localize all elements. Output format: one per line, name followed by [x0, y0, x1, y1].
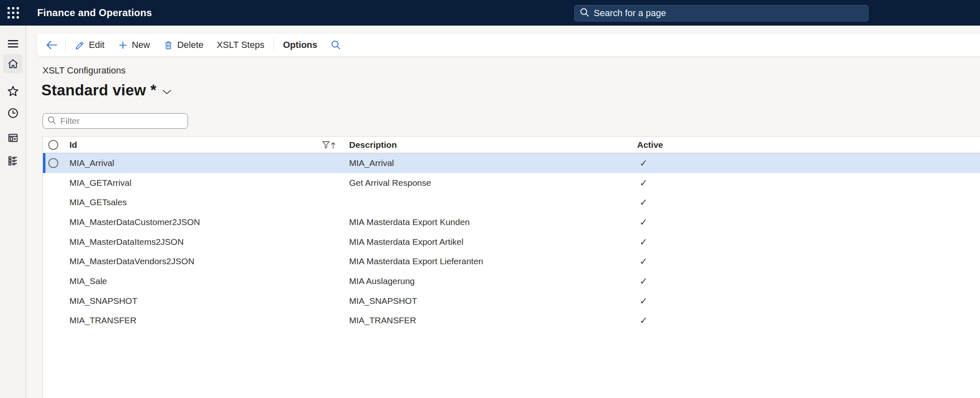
- pencil-icon: [75, 40, 85, 50]
- edit-button[interactable]: Edit: [68, 37, 111, 53]
- toolbar-search-icon[interactable]: [324, 37, 348, 53]
- back-arrow-icon[interactable]: [41, 37, 63, 53]
- column-header-active[interactable]: Active: [635, 140, 980, 150]
- action-pane-toolbar: Edit New Delete XSLT Steps Options: [37, 34, 980, 56]
- active-check-icon: ✓: [635, 296, 980, 306]
- star-icon[interactable]: [3, 81, 23, 101]
- grid-header-row: Id Description Active: [43, 136, 980, 153]
- row-id-cell: MIA_GETsales: [69, 197, 349, 207]
- active-check-icon: ✓: [635, 315, 980, 326]
- column-header-description[interactable]: Description: [349, 140, 635, 150]
- grid-body: MIA_Arrival MIA_Arrival ✓ MIA_GETArrival…: [43, 153, 980, 330]
- row-id-cell: MIA_SNAPSHOT: [69, 296, 349, 306]
- grid-filter-box: [43, 113, 188, 129]
- active-check-icon: ✓: [635, 178, 980, 188]
- active-check-icon: ✓: [635, 158, 980, 168]
- hamburger-menu-icon[interactable]: [3, 34, 23, 53]
- row-id-cell: MIA_Arrival: [69, 158, 349, 168]
- row-id-cell: MIA_MasterDataItems2JSON: [69, 237, 349, 247]
- plus-icon: [118, 40, 128, 50]
- active-check-icon: ✓: [635, 276, 980, 287]
- column-header-id[interactable]: Id: [69, 140, 349, 150]
- view-title: Standard view *: [41, 82, 157, 99]
- toolbar-divider: [274, 39, 274, 51]
- table-row[interactable]: MIA_MasterDataVendors2JSON MIA Masterdat…: [43, 251, 980, 271]
- row-id-cell: MIA_TRANSFER: [69, 315, 349, 325]
- edit-label: Edit: [89, 40, 105, 50]
- row-select-radio-circle-icon[interactable]: [48, 158, 58, 168]
- row-description-cell: MIA Masterdata Export Artikel: [349, 237, 635, 247]
- table-row[interactable]: MIA_MasterDataItems2JSON MIA Masterdata …: [43, 232, 980, 252]
- view-selector[interactable]: Standard view *: [41, 82, 172, 99]
- options-label: Options: [283, 40, 317, 50]
- row-description-cell: MIA_TRANSFER: [349, 315, 635, 325]
- top-app-bar: Finance and Operations Search for a page: [0, 0, 980, 26]
- table-row[interactable]: MIA_TRANSFER MIA_TRANSFER ✓: [43, 311, 980, 331]
- trash-icon: [163, 40, 174, 50]
- delete-label: Delete: [177, 40, 204, 50]
- page-search-placeholder: Search for a page: [594, 8, 666, 19]
- modules-list-icon[interactable]: [3, 151, 23, 170]
- row-description-cell: MIA Masterdata Export Lieferanten: [349, 256, 635, 266]
- page-search-box[interactable]: Search for a page: [574, 5, 868, 21]
- row-id-cell: MIA_Sale: [69, 276, 349, 286]
- app-window: Finance and Operations Search for a page: [0, 0, 980, 398]
- page-caption: XSLT Configurations: [43, 65, 126, 76]
- new-button[interactable]: New: [111, 37, 157, 53]
- table-row[interactable]: MIA_Arrival MIA_Arrival ✓: [43, 153, 980, 173]
- toolbar-divider: [65, 39, 66, 51]
- table-row[interactable]: MIA_GETArrival Get Arrival Response ✓: [43, 173, 980, 193]
- new-label: New: [132, 40, 150, 50]
- filter-sort-icon[interactable]: [321, 140, 336, 153]
- table-row[interactable]: MIA_GETsales ✓: [43, 192, 980, 212]
- left-nav-sidebar: [0, 26, 26, 398]
- workspace-window-icon[interactable]: [3, 128, 23, 147]
- options-button[interactable]: Options: [276, 37, 324, 53]
- active-check-icon: ✓: [635, 197, 980, 208]
- xslt-steps-label: XSLT Steps: [217, 40, 264, 50]
- search-icon: [580, 7, 590, 19]
- app-launcher-waffle-icon[interactable]: [5, 5, 21, 21]
- delete-button[interactable]: Delete: [157, 37, 210, 53]
- table-row[interactable]: MIA_SNAPSHOT MIA_SNAPSHOT ✓: [43, 291, 980, 311]
- chevron-down-icon: [162, 88, 172, 96]
- search-icon: [47, 116, 57, 127]
- row-description-cell: MIA_SNAPSHOT: [349, 296, 635, 306]
- row-description-cell: MIA Masterdata Export Kunden: [349, 217, 635, 227]
- table-row[interactable]: MIA_Sale MIA Auslagerung ✓: [43, 271, 980, 291]
- row-id-cell: MIA_MasterDataCustomer2JSON: [69, 217, 349, 227]
- select-all-radio-circle-icon[interactable]: [48, 140, 58, 150]
- active-check-icon: ✓: [635, 256, 980, 267]
- clock-icon[interactable]: [3, 103, 23, 123]
- row-description-cell: MIA_Arrival: [349, 158, 635, 168]
- xslt-steps-button[interactable]: XSLT Steps: [210, 37, 271, 53]
- row-id-cell: MIA_GETArrival: [69, 178, 349, 188]
- active-check-icon: ✓: [635, 217, 980, 227]
- xslt-configurations-grid: Id Description Active MIA_Arrival MIA_Ar…: [43, 136, 980, 398]
- table-row[interactable]: MIA_MasterDataCustomer2JSON MIA Masterda…: [43, 212, 980, 232]
- row-id-cell: MIA_MasterDataVendors2JSON: [69, 256, 349, 266]
- app-title: Finance and Operations: [37, 7, 152, 19]
- row-description-cell: MIA Auslagerung: [349, 276, 635, 286]
- row-description-cell: Get Arrival Response: [349, 178, 635, 188]
- filter-input[interactable]: [60, 116, 183, 126]
- home-icon[interactable]: [3, 54, 23, 73]
- active-check-icon: ✓: [635, 237, 980, 247]
